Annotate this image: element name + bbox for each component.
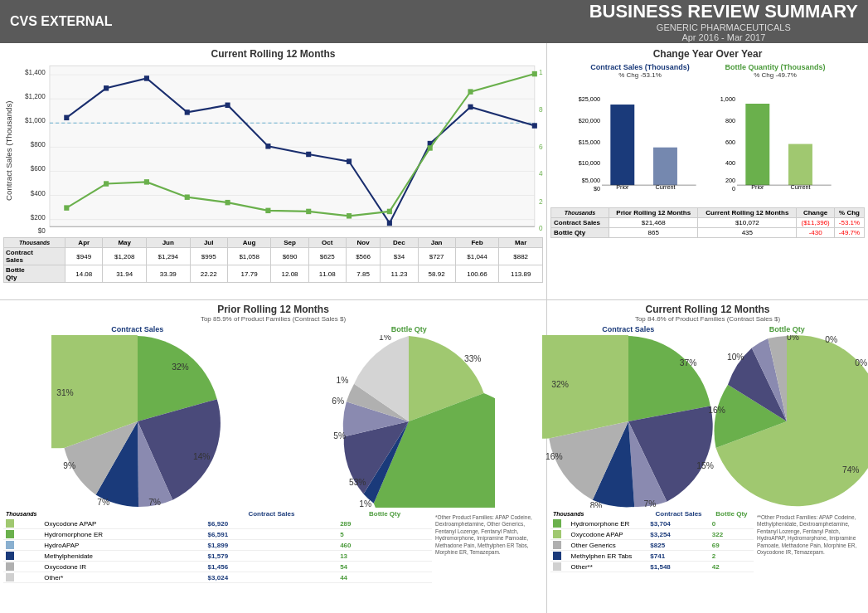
svg-rect-40 bbox=[428, 145, 433, 150]
prior-cs-label: Contract Sales bbox=[111, 325, 163, 333]
svg-rect-23 bbox=[225, 103, 230, 108]
svg-rect-25 bbox=[306, 152, 311, 157]
svg-text:0%: 0% bbox=[787, 335, 799, 342]
yoy-cs-svg: $25,000 $20,000 $15,000 $10,000 $5,000 $… bbox=[576, 80, 705, 204]
svg-text:Contract Sales (Thousands): Contract Sales (Thousands) bbox=[4, 100, 13, 200]
svg-text:600: 600 bbox=[725, 139, 735, 146]
svg-text:$15,000: $15,000 bbox=[578, 139, 599, 146]
current-bq-pie-svg: 74% 16% 10% 0% 0% 0% bbox=[701, 335, 868, 508]
svg-text:0.0: 0.0 bbox=[539, 223, 543, 231]
svg-text:16%: 16% bbox=[546, 452, 563, 461]
svg-text:20.0: 20.0 bbox=[539, 197, 543, 206]
prior-rolling-panel: Prior Rolling 12 Months Top 85.9% of Pro… bbox=[0, 300, 547, 613]
svg-rect-27 bbox=[387, 221, 392, 226]
svg-rect-19 bbox=[64, 115, 69, 120]
page-title: BUSINESS REVIEW SUMMARY bbox=[589, 1, 858, 22]
svg-text:74%: 74% bbox=[842, 465, 860, 474]
svg-text:0: 0 bbox=[731, 185, 735, 192]
svg-text:60.0: 60.0 bbox=[539, 142, 543, 150]
header-right: BUSINESS REVIEW SUMMARY GENERIC PHARMACE… bbox=[589, 1, 858, 42]
svg-rect-67 bbox=[745, 104, 769, 185]
current-contract-sales-pie: Contract Sales 37% 15% bbox=[550, 325, 706, 508]
list-item: Methylphenidate $1,579 13 bbox=[3, 551, 432, 562]
list-item: Other** $1,548 42 bbox=[550, 562, 754, 572]
svg-rect-56 bbox=[610, 105, 634, 185]
svg-rect-24 bbox=[265, 144, 270, 148]
header-left: CVS EXTERNAL bbox=[10, 14, 113, 29]
svg-text:1%: 1% bbox=[360, 499, 372, 508]
current-rolling-panel: Current Rolling 12 Months Top 84.6% of P… bbox=[547, 300, 868, 613]
svg-text:$400: $400 bbox=[31, 188, 46, 197]
yoy-contract-sales-chart: Contract Sales (Thousands) % Chg -53.1% … bbox=[576, 63, 705, 204]
svg-text:10%: 10% bbox=[727, 353, 744, 362]
list-item: Other* $3,024 44 bbox=[3, 572, 432, 583]
list-item: Methylphen ER Tabs $741 2 bbox=[550, 551, 754, 562]
svg-rect-37 bbox=[306, 209, 311, 214]
svg-text:32%: 32% bbox=[551, 380, 569, 389]
prior-section-title: Prior Rolling 12 Months bbox=[3, 304, 543, 315]
page-subtitle1: GENERIC PHARMACEUTICALS bbox=[589, 22, 858, 32]
prior-legend-table: Thousands Contract Sales Bottle Qty Oxyc… bbox=[3, 509, 432, 583]
svg-text:5%: 5% bbox=[334, 431, 347, 440]
svg-text:33%: 33% bbox=[464, 354, 482, 363]
list-item: Hydromorphone ER $6,591 5 bbox=[3, 529, 432, 540]
svg-text:400: 400 bbox=[725, 159, 735, 167]
svg-text:$600: $600 bbox=[31, 164, 46, 173]
svg-rect-33 bbox=[144, 179, 149, 184]
svg-text:31%: 31% bbox=[56, 388, 74, 397]
svg-text:80.0: 80.0 bbox=[539, 105, 543, 114]
svg-text:Current: Current bbox=[790, 183, 810, 191]
current-bottle-qty-pie: Bottle Qty 74% 16% 10% 0% 0% 0% bbox=[710, 325, 866, 508]
svg-text:0%: 0% bbox=[826, 335, 838, 344]
svg-text:37%: 37% bbox=[680, 358, 697, 367]
current-section-subtitle: Top 84.6% of Product Families (Contract … bbox=[550, 315, 865, 323]
svg-text:14%: 14% bbox=[193, 452, 211, 461]
current-section-title: Current Rolling 12 Months bbox=[550, 304, 865, 315]
yoy-title: Change Year Over Year bbox=[550, 48, 865, 60]
svg-text:40.0: 40.0 bbox=[539, 169, 543, 178]
svg-text:32%: 32% bbox=[172, 362, 189, 372]
svg-text:120.0: 120.0 bbox=[539, 68, 543, 76]
prior-footnote: *Other Product Families: APAP Codeine, D… bbox=[435, 514, 543, 557]
line-chart-container: $1,400 $1,200 $1,000 $800 $600 $400 $200… bbox=[3, 61, 543, 236]
svg-text:200: 200 bbox=[725, 177, 735, 184]
svg-rect-21 bbox=[144, 75, 149, 80]
page-subtitle2: Apr 2016 - Mar 2017 bbox=[589, 32, 858, 42]
yoy-panel: Change Year Over Year Contract Sales (Th… bbox=[547, 43, 868, 299]
prior-cs-pie-svg: 32% 14% 7% 7% 9% 31% bbox=[51, 335, 224, 508]
svg-text:$5,000: $5,000 bbox=[581, 177, 599, 184]
svg-rect-36 bbox=[265, 208, 270, 213]
svg-text:8%: 8% bbox=[589, 501, 602, 508]
svg-text:6%: 6% bbox=[332, 397, 345, 406]
svg-rect-20 bbox=[104, 85, 109, 90]
current-footnote: **Other Product Families: APAP Codeine, … bbox=[757, 514, 865, 557]
prior-contract-sales-pie: Contract Sales bbox=[3, 325, 272, 508]
svg-text:$0: $0 bbox=[593, 185, 599, 192]
current-cs-label: Contract Sales bbox=[602, 325, 654, 333]
prior-bottle-qty-pie: Bottle Qty 33% 53% 1% 5% bbox=[275, 325, 544, 508]
line-chart-panel: Current Rolling 12 Months $1,400 $1,200 … bbox=[0, 43, 547, 299]
svg-text:0%: 0% bbox=[856, 358, 868, 367]
svg-text:53%: 53% bbox=[349, 478, 366, 487]
current-legend-table: Thousands Contract Sales Bottle Qty Hydr… bbox=[550, 509, 754, 572]
svg-text:$20,000: $20,000 bbox=[578, 117, 599, 124]
prior-bq-label: Bottle Qty bbox=[391, 325, 427, 333]
yoy-bottle-qty-chart: Bottle Quantity (Thousands) % Chg -49.7%… bbox=[711, 63, 840, 204]
svg-rect-31 bbox=[64, 205, 69, 210]
yoy-summary-table: Thousands Prior Rolling 12 Months Curren… bbox=[550, 207, 865, 238]
svg-rect-22 bbox=[185, 109, 190, 114]
svg-text:Current: Current bbox=[655, 183, 675, 191]
svg-text:$200: $200 bbox=[31, 212, 46, 221]
svg-text:$800: $800 bbox=[31, 140, 46, 148]
yoy-bq-label: Bottle Quantity (Thousands) bbox=[725, 63, 826, 71]
yoy-cs-label: Contract Sales (Thousands) bbox=[590, 63, 690, 71]
yoy-cs-pct: % Chg -53.1% bbox=[618, 71, 662, 79]
svg-text:1,000: 1,000 bbox=[720, 95, 735, 103]
svg-rect-26 bbox=[347, 158, 352, 163]
svg-rect-41 bbox=[468, 89, 473, 94]
line-chart-data-table: Thousands AprMayJunJulAugSepOctNovDecJan… bbox=[3, 237, 543, 283]
svg-rect-34 bbox=[185, 194, 190, 199]
list-item: Oxycodone APAP $6,920 289 bbox=[3, 518, 432, 529]
list-item: HydroAPAP $1,899 460 bbox=[3, 540, 432, 551]
svg-text:$1,200: $1,200 bbox=[25, 92, 46, 100]
